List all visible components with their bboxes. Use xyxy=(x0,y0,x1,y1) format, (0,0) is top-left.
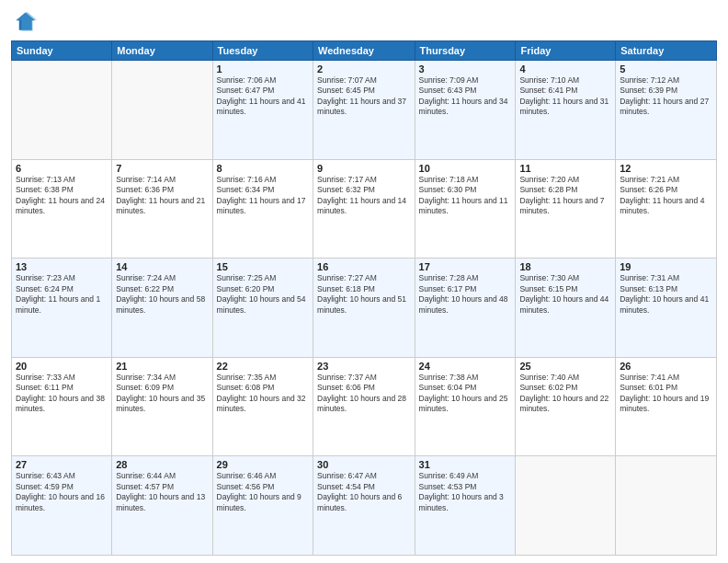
weekday-header-friday: Friday xyxy=(516,41,616,61)
day-cell: 24Sunrise: 7:38 AM Sunset: 6:04 PM Dayli… xyxy=(415,357,516,456)
weekday-header-row: SundayMondayTuesdayWednesdayThursdayFrid… xyxy=(12,41,717,61)
day-info: Sunrise: 7:35 AM Sunset: 6:08 PM Dayligh… xyxy=(217,373,309,415)
day-cell: 14Sunrise: 7:24 AM Sunset: 6:22 PM Dayli… xyxy=(112,259,212,358)
day-number: 18 xyxy=(519,261,611,272)
week-row-4: 20Sunrise: 7:33 AM Sunset: 6:11 PM Dayli… xyxy=(12,357,717,456)
day-cell: 26Sunrise: 7:41 AM Sunset: 6:01 PM Dayli… xyxy=(616,357,717,456)
day-info: Sunrise: 7:16 AM Sunset: 6:34 PM Dayligh… xyxy=(217,175,309,217)
day-number: 31 xyxy=(419,459,512,470)
day-cell: 27Sunrise: 6:43 AM Sunset: 4:59 PM Dayli… xyxy=(12,456,112,556)
day-info: Sunrise: 7:34 AM Sunset: 6:09 PM Dayligh… xyxy=(116,373,208,415)
day-info: Sunrise: 7:18 AM Sunset: 6:30 PM Dayligh… xyxy=(419,175,512,217)
day-cell: 5Sunrise: 7:12 AM Sunset: 6:39 PM Daylig… xyxy=(616,61,717,160)
day-info: Sunrise: 7:28 AM Sunset: 6:17 PM Dayligh… xyxy=(419,273,512,316)
day-number: 20 xyxy=(16,361,108,372)
day-cell: 31Sunrise: 6:49 AM Sunset: 4:53 PM Dayli… xyxy=(415,456,516,556)
day-number: 12 xyxy=(620,163,712,174)
weekday-header-sunday: Sunday xyxy=(12,41,112,61)
day-info: Sunrise: 7:06 AM Sunset: 6:47 PM Dayligh… xyxy=(217,75,309,118)
day-info: Sunrise: 6:46 AM Sunset: 4:56 PM Dayligh… xyxy=(217,471,309,513)
day-cell xyxy=(12,61,112,160)
day-info: Sunrise: 7:27 AM Sunset: 6:18 PM Dayligh… xyxy=(317,273,411,316)
week-row-3: 13Sunrise: 7:23 AM Sunset: 6:24 PM Dayli… xyxy=(12,259,717,358)
day-info: Sunrise: 7:09 AM Sunset: 6:43 PM Dayligh… xyxy=(419,75,512,118)
day-number: 8 xyxy=(217,163,309,174)
day-number: 6 xyxy=(16,163,108,174)
day-number: 11 xyxy=(519,163,611,174)
day-cell: 8Sunrise: 7:16 AM Sunset: 6:34 PM Daylig… xyxy=(212,159,313,259)
day-info: Sunrise: 6:44 AM Sunset: 4:57 PM Dayligh… xyxy=(116,471,208,513)
day-cell: 11Sunrise: 7:20 AM Sunset: 6:28 PM Dayli… xyxy=(516,159,616,259)
day-info: Sunrise: 7:17 AM Sunset: 6:32 PM Dayligh… xyxy=(317,175,411,217)
day-cell: 10Sunrise: 7:18 AM Sunset: 6:30 PM Dayli… xyxy=(415,159,516,259)
day-cell: 6Sunrise: 7:13 AM Sunset: 6:38 PM Daylig… xyxy=(12,159,112,259)
day-number: 10 xyxy=(419,163,512,174)
day-number: 22 xyxy=(217,361,309,372)
day-number: 25 xyxy=(519,361,611,372)
day-cell: 17Sunrise: 7:28 AM Sunset: 6:17 PM Dayli… xyxy=(415,259,516,358)
day-info: Sunrise: 7:13 AM Sunset: 6:38 PM Dayligh… xyxy=(16,175,108,217)
day-info: Sunrise: 7:40 AM Sunset: 6:02 PM Dayligh… xyxy=(519,373,611,415)
day-cell: 30Sunrise: 6:47 AM Sunset: 4:54 PM Dayli… xyxy=(313,456,415,556)
day-info: Sunrise: 7:31 AM Sunset: 6:13 PM Dayligh… xyxy=(620,273,712,316)
weekday-header-saturday: Saturday xyxy=(616,41,717,61)
day-number: 30 xyxy=(317,459,411,470)
day-number: 21 xyxy=(116,361,208,372)
week-row-1: 1Sunrise: 7:06 AM Sunset: 6:47 PM Daylig… xyxy=(12,61,717,160)
day-info: Sunrise: 7:14 AM Sunset: 6:36 PM Dayligh… xyxy=(116,175,208,217)
day-info: Sunrise: 7:38 AM Sunset: 6:04 PM Dayligh… xyxy=(419,373,512,415)
day-info: Sunrise: 7:25 AM Sunset: 6:20 PM Dayligh… xyxy=(217,273,309,316)
day-number: 29 xyxy=(217,459,309,470)
day-info: Sunrise: 6:43 AM Sunset: 4:59 PM Dayligh… xyxy=(16,471,108,513)
day-cell xyxy=(516,456,616,556)
weekday-header-tuesday: Tuesday xyxy=(212,41,313,61)
day-number: 4 xyxy=(519,63,611,75)
day-number: 5 xyxy=(620,63,712,75)
day-cell: 3Sunrise: 7:09 AM Sunset: 6:43 PM Daylig… xyxy=(415,61,516,160)
day-info: Sunrise: 7:24 AM Sunset: 6:22 PM Dayligh… xyxy=(116,273,208,316)
day-cell: 21Sunrise: 7:34 AM Sunset: 6:09 PM Dayli… xyxy=(112,357,212,456)
day-info: Sunrise: 6:47 AM Sunset: 4:54 PM Dayligh… xyxy=(317,471,411,513)
day-cell: 29Sunrise: 6:46 AM Sunset: 4:56 PM Dayli… xyxy=(212,456,313,556)
day-cell xyxy=(616,456,717,556)
day-cell: 7Sunrise: 7:14 AM Sunset: 6:36 PM Daylig… xyxy=(112,159,212,259)
day-info: Sunrise: 7:21 AM Sunset: 6:26 PM Dayligh… xyxy=(620,175,712,217)
day-info: Sunrise: 7:20 AM Sunset: 6:28 PM Dayligh… xyxy=(519,175,611,217)
day-cell: 23Sunrise: 7:37 AM Sunset: 6:06 PM Dayli… xyxy=(313,357,415,456)
day-number: 16 xyxy=(317,261,411,272)
day-info: Sunrise: 7:37 AM Sunset: 6:06 PM Dayligh… xyxy=(317,373,411,415)
week-row-2: 6Sunrise: 7:13 AM Sunset: 6:38 PM Daylig… xyxy=(12,159,717,259)
day-info: Sunrise: 7:07 AM Sunset: 6:45 PM Dayligh… xyxy=(317,75,411,118)
day-number: 13 xyxy=(16,261,108,272)
day-number: 27 xyxy=(16,459,108,470)
header xyxy=(11,9,717,35)
day-number: 17 xyxy=(419,261,512,272)
day-cell: 28Sunrise: 6:44 AM Sunset: 4:57 PM Dayli… xyxy=(112,456,212,556)
day-cell: 20Sunrise: 7:33 AM Sunset: 6:11 PM Dayli… xyxy=(12,357,112,456)
day-cell: 2Sunrise: 7:07 AM Sunset: 6:45 PM Daylig… xyxy=(313,61,415,160)
calendar-table: SundayMondayTuesdayWednesdayThursdayFrid… xyxy=(11,40,717,556)
day-number: 14 xyxy=(116,261,208,272)
day-cell: 22Sunrise: 7:35 AM Sunset: 6:08 PM Dayli… xyxy=(212,357,313,456)
day-info: Sunrise: 7:30 AM Sunset: 6:15 PM Dayligh… xyxy=(519,273,611,316)
day-cell: 9Sunrise: 7:17 AM Sunset: 6:32 PM Daylig… xyxy=(313,159,415,259)
day-info: Sunrise: 7:12 AM Sunset: 6:39 PM Dayligh… xyxy=(620,75,712,118)
day-info: Sunrise: 7:23 AM Sunset: 6:24 PM Dayligh… xyxy=(16,273,108,316)
day-info: Sunrise: 6:49 AM Sunset: 4:53 PM Dayligh… xyxy=(419,471,512,513)
weekday-header-wednesday: Wednesday xyxy=(313,41,415,61)
day-number: 23 xyxy=(317,361,411,372)
day-number: 24 xyxy=(419,361,512,372)
day-number: 1 xyxy=(217,63,309,75)
day-number: 19 xyxy=(620,261,712,272)
day-cell: 1Sunrise: 7:06 AM Sunset: 6:47 PM Daylig… xyxy=(212,61,313,160)
day-info: Sunrise: 7:33 AM Sunset: 6:11 PM Dayligh… xyxy=(16,373,108,415)
day-cell: 4Sunrise: 7:10 AM Sunset: 6:41 PM Daylig… xyxy=(516,61,616,160)
day-cell: 18Sunrise: 7:30 AM Sunset: 6:15 PM Dayli… xyxy=(516,259,616,358)
page: SundayMondayTuesdayWednesdayThursdayFrid… xyxy=(0,0,728,563)
day-cell: 15Sunrise: 7:25 AM Sunset: 6:20 PM Dayli… xyxy=(212,259,313,358)
day-cell: 25Sunrise: 7:40 AM Sunset: 6:02 PM Dayli… xyxy=(516,357,616,456)
day-cell: 13Sunrise: 7:23 AM Sunset: 6:24 PM Dayli… xyxy=(12,259,112,358)
day-info: Sunrise: 7:41 AM Sunset: 6:01 PM Dayligh… xyxy=(620,373,712,415)
day-number: 28 xyxy=(116,459,208,470)
day-cell: 19Sunrise: 7:31 AM Sunset: 6:13 PM Dayli… xyxy=(616,259,717,358)
